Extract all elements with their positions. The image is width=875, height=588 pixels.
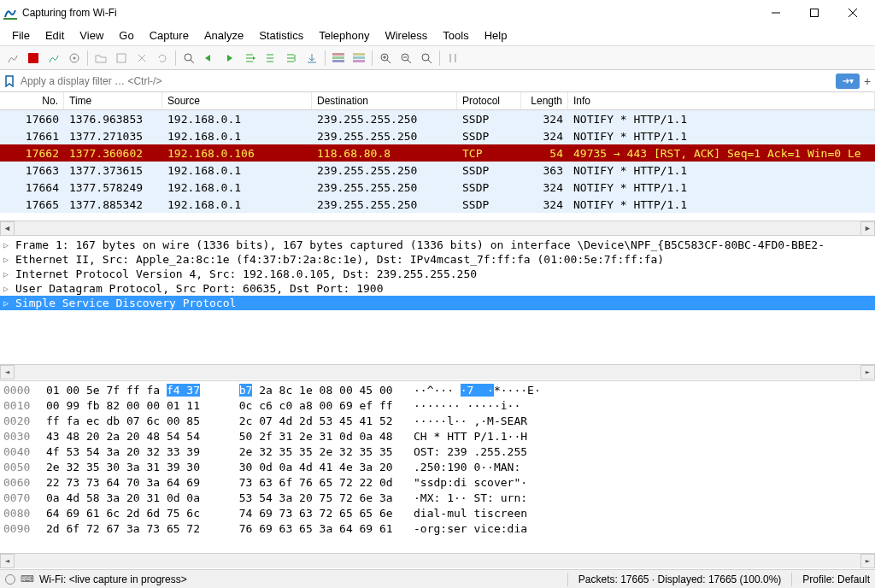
reload-icon[interactable] (153, 49, 172, 68)
hex-row[interactable]: 0020ff fa ec db 07 6c 00 85 2c 07 4d 2d … (0, 414, 875, 429)
packet-bytes-pane[interactable]: 000001 00 5e 7f ff fa f4 37 b7 2a 8c 1e … (0, 381, 875, 569)
status-separator (567, 573, 568, 586)
status-packets-text: Packets: 17665 · Displayed: 17665 (100.0… (578, 573, 781, 585)
packet-row[interactable]: 176641377.578249192.168.0.1239.255.255.2… (0, 179, 875, 196)
expand-icon[interactable]: ▷ (3, 255, 15, 264)
col-header-length[interactable]: Length (521, 92, 568, 109)
packet-list-body[interactable]: 176601376.963853192.168.0.1239.255.255.2… (0, 110, 875, 220)
scroll-left-icon[interactable]: ◄ (0, 554, 15, 568)
start-capture-icon[interactable] (3, 49, 22, 68)
zoom-in-icon[interactable] (376, 49, 395, 68)
menu-go[interactable]: Go (112, 27, 140, 44)
find-packet-icon[interactable] (179, 49, 198, 68)
expand-icon[interactable]: ▷ (3, 269, 15, 279)
hex-row[interactable]: 00902d 6f 72 67 3a 73 65 72 76 69 63 65 … (0, 521, 875, 537)
status-separator (791, 573, 792, 586)
packet-row[interactable]: 176651377.885342192.168.0.1239.255.255.2… (0, 196, 875, 213)
toolbar-separator (87, 50, 88, 66)
status-profile-text[interactable]: Profile: Default (802, 573, 870, 585)
goto-last-icon[interactable] (282, 49, 301, 68)
packet-row[interactable]: 176601376.963853192.168.0.1239.255.255.2… (0, 110, 875, 127)
svg-rect-14 (332, 56, 344, 59)
stop-capture-icon[interactable] (24, 49, 43, 68)
svg-rect-17 (353, 56, 365, 59)
hex-row[interactable]: 00404f 53 54 3a 20 32 33 39 2e 32 35 35 … (0, 444, 875, 460)
menu-analyze[interactable]: Analyze (197, 27, 250, 44)
scroll-right-icon[interactable]: ► (860, 554, 875, 568)
svg-point-6 (73, 56, 76, 59)
scroll-right-icon[interactable]: ► (860, 365, 875, 379)
menu-edit[interactable]: Edit (38, 27, 71, 44)
details-tree-row[interactable]: ▷User Datagram Protocol, Src Port: 60635… (0, 281, 875, 296)
scroll-left-icon[interactable]: ◄ (0, 365, 15, 379)
open-file-icon[interactable] (91, 49, 110, 68)
col-header-protocol[interactable]: Protocol (457, 92, 521, 109)
col-header-destination[interactable]: Destination (312, 92, 457, 109)
close-button[interactable] (833, 0, 872, 26)
scroll-track[interactable] (15, 554, 860, 568)
packet-details-pane[interactable]: ▷Frame 1: 167 bytes on wire (1336 bits),… (0, 236, 875, 381)
details-tree-row[interactable]: ▷Ethernet II, Src: Apple_2a:8c:1e (f4:37… (0, 252, 875, 267)
col-header-no[interactable]: No. (0, 92, 64, 109)
menu-statistics[interactable]: Statistics (252, 27, 310, 44)
auto-scroll-icon[interactable] (302, 49, 321, 68)
save-file-icon[interactable] (112, 49, 131, 68)
col-header-time[interactable]: Time (64, 92, 162, 109)
filter-apply-button[interactable]: ➔▾ (836, 74, 860, 89)
scroll-track[interactable] (15, 221, 860, 236)
goto-first-icon[interactable] (261, 49, 280, 68)
packet-row[interactable]: 176631377.373615192.168.0.1239.255.255.2… (0, 162, 875, 179)
goto-packet-icon[interactable] (241, 49, 260, 68)
hex-row[interactable]: 006022 73 73 64 70 3a 64 69 73 63 6f 76 … (0, 475, 875, 491)
menu-telephony[interactable]: Telephony (312, 27, 376, 44)
expand-icon[interactable]: ▷ (3, 298, 15, 308)
details-hscroll[interactable]: ◄ ► (0, 364, 875, 379)
bytes-hscroll[interactable]: ◄ ► (0, 553, 875, 567)
packet-list-hscroll[interactable]: ◄ ► (0, 220, 875, 235)
display-filter-input[interactable] (17, 74, 834, 89)
colorize-icon[interactable] (329, 49, 348, 68)
menu-tools[interactable]: Tools (436, 27, 475, 44)
details-tree-row[interactable]: ▷Simple Service Discovery Protocol (0, 296, 875, 310)
minimize-button[interactable] (756, 0, 795, 26)
packet-row[interactable]: 176621377.360602192.168.0.106118.68.80.8… (0, 144, 875, 162)
expert-info-icon[interactable] (5, 574, 15, 585)
zoom-out-icon[interactable] (396, 49, 415, 68)
menu-file[interactable]: File (5, 27, 37, 44)
resize-columns-icon[interactable] (443, 49, 462, 68)
scroll-right-icon[interactable]: ► (860, 221, 875, 236)
go-forward-icon[interactable] (220, 49, 239, 68)
hex-row[interactable]: 003043 48 20 2a 20 48 54 54 50 2f 31 2e … (0, 429, 875, 444)
col-header-info[interactable]: Info (568, 92, 875, 109)
zoom-reset-icon[interactable] (417, 49, 436, 68)
colorize2-icon[interactable] (349, 49, 368, 68)
scroll-track[interactable] (15, 365, 860, 379)
menu-help[interactable]: Help (478, 27, 514, 44)
packet-row[interactable]: 176611377.271035192.168.0.1239.255.255.2… (0, 127, 875, 144)
hex-row[interactable]: 00700a 4d 58 3a 20 31 0d 0a 53 54 3a 20 … (0, 491, 875, 506)
restart-capture-icon[interactable] (44, 49, 63, 68)
go-back-icon[interactable] (200, 49, 219, 68)
hex-row[interactable]: 00502e 32 35 30 3a 31 39 30 30 0d 0a 4d … (0, 460, 875, 475)
menu-wireless[interactable]: Wireless (378, 27, 434, 44)
details-tree-row[interactable]: ▷Internet Protocol Version 4, Src: 192.1… (0, 267, 875, 281)
hex-row[interactable]: 008064 69 61 6c 2d 6d 75 6c 74 69 73 63 … (0, 506, 875, 521)
capture-options-icon[interactable] (65, 49, 84, 68)
menu-view[interactable]: View (73, 27, 110, 44)
close-file-icon[interactable] (132, 49, 151, 68)
scroll-left-icon[interactable]: ◄ (0, 221, 15, 236)
keyboard-icon[interactable]: ⌨ (21, 573, 34, 585)
maximize-button[interactable] (795, 0, 833, 26)
expand-icon[interactable]: ▷ (3, 240, 15, 250)
menu-capture[interactable]: Capture (143, 27, 196, 44)
expand-icon[interactable]: ▷ (3, 284, 15, 293)
filter-bookmark-icon[interactable] (2, 74, 17, 89)
hex-row[interactable]: 001000 99 fb 82 00 00 01 11 0c c6 c0 a8 … (0, 398, 875, 414)
hex-row[interactable]: 000001 00 5e 7f ff fa f4 37 b7 2a 8c 1e … (0, 383, 875, 398)
col-header-source[interactable]: Source (162, 92, 312, 109)
svg-rect-16 (353, 53, 365, 56)
details-tree-row[interactable]: ▷Frame 1: 167 bytes on wire (1336 bits),… (0, 238, 875, 252)
svg-line-22 (387, 60, 391, 63)
menu-bar: File Edit View Go Capture Analyze Statis… (0, 26, 875, 46)
filter-add-button[interactable]: + (861, 74, 873, 88)
